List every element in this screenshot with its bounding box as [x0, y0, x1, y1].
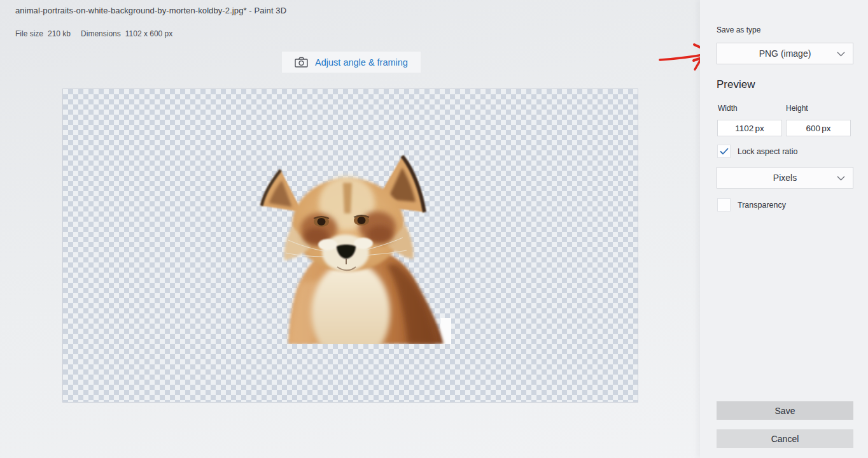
file-type-dropdown[interactable]: PNG (image) [717, 43, 853, 64]
transparency-checkbox[interactable] [717, 198, 731, 211]
file-type-value: PNG (image) [759, 48, 811, 59]
save-button-label: Save [775, 406, 795, 416]
dimensions-label: Dimensions [81, 29, 121, 38]
file-info-bar: File size 210 kb Dimensions 1102 x 600 p… [15, 29, 172, 38]
preview-heading: Preview [717, 78, 755, 91]
chevron-down-icon [837, 176, 845, 181]
height-unit: px [822, 124, 830, 133]
width-label: Width [718, 104, 738, 113]
adjust-angle-framing-button[interactable]: Adjust angle & framing [282, 52, 421, 73]
width-value: 1102 [735, 124, 753, 133]
transparency-label: Transparency [738, 201, 786, 210]
save-panel: Save as type PNG (image) Preview Width H… [700, 0, 868, 458]
cancel-button-label: Cancel [771, 434, 799, 444]
lock-aspect-label: Lock aspect ratio [738, 147, 798, 156]
checkmark-icon [720, 148, 729, 155]
adjust-angle-framing-label: Adjust angle & framing [315, 57, 408, 68]
unit-value: Pixels [773, 173, 797, 183]
save-button[interactable]: Save [717, 401, 853, 420]
width-unit: px [755, 124, 764, 133]
save-as-type-label: Save as type [717, 25, 760, 34]
cancel-button[interactable]: Cancel [717, 429, 853, 448]
fox-image [255, 150, 454, 345]
window-title: animal-portraits-on-white-background-by-… [15, 6, 286, 15]
file-size-label: File size [15, 29, 43, 38]
width-input[interactable]: 1102px [717, 120, 782, 136]
chevron-down-icon [837, 52, 845, 57]
height-value: 600 [806, 124, 821, 133]
dimensions-value: 1102 x 600 px [125, 29, 173, 38]
height-input[interactable]: 600px [786, 120, 851, 136]
canvas[interactable] [62, 89, 638, 403]
camera-icon [295, 57, 308, 68]
lock-aspect-checkbox[interactable] [717, 145, 731, 158]
file-size-value: 210 kb [48, 29, 71, 38]
unit-dropdown[interactable]: Pixels [717, 167, 853, 189]
height-label: Height [786, 104, 808, 113]
